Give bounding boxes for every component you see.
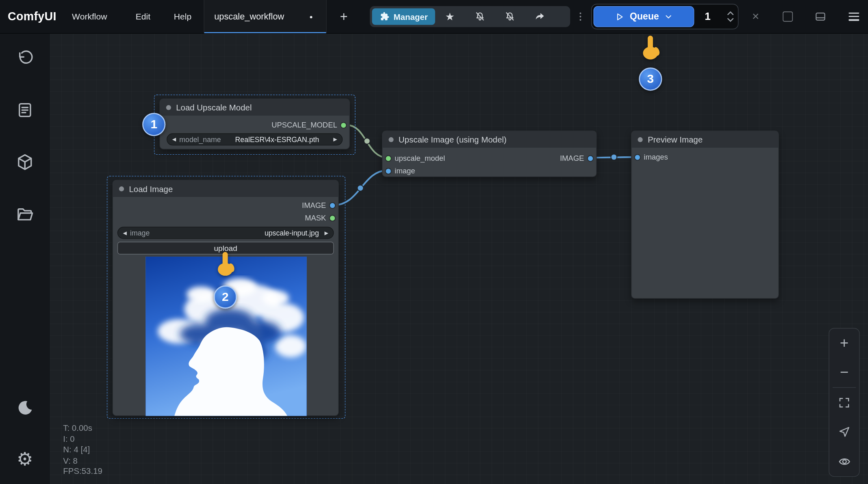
decrement-icon[interactable] [727, 18, 734, 22]
batch-count-stepper[interactable]: 1 [694, 4, 738, 29]
workflow-tab[interactable]: upscale_workflow ● [204, 0, 326, 33]
slot-row: upscale_model IMAGE [382, 152, 596, 164]
input-label: upscale_model [395, 154, 445, 162]
sidebar-history-button[interactable] [15, 49, 34, 67]
node-preview-image[interactable]: Preview Image images [631, 131, 779, 299]
new-tab-button[interactable]: + [336, 9, 352, 24]
step-badge-1: 1 [142, 113, 165, 136]
navigation-arrow-icon [838, 426, 851, 438]
notifications-off-icon[interactable] [465, 6, 495, 27]
close-icon[interactable]: × [747, 9, 764, 24]
folder-open-icon [15, 205, 34, 224]
node-header[interactable]: Load Image [113, 180, 338, 197]
collapse-dot-icon[interactable] [119, 186, 124, 191]
comfyui-window: ComfyUI Workflow Edit Help upscale_workf… [0, 0, 868, 484]
widget-name: model_name [179, 135, 221, 143]
node-title: Load Image [129, 184, 173, 193]
output-row: UPSCALE_MODEL [160, 119, 349, 131]
input-slot-image[interactable] [386, 169, 391, 173]
theme-toggle-button[interactable] [16, 400, 34, 417]
sidebar-queue-button[interactable] [16, 101, 34, 119]
prev-value-icon[interactable]: ◀ [172, 137, 176, 142]
model-name-widget[interactable]: ◀ model_name RealESR\4x-ESRGAN.pth ▶ [167, 133, 343, 145]
pointer-hand-icon [639, 35, 661, 61]
gear-icon: ⚙ [17, 450, 33, 468]
share-icon[interactable] [525, 6, 555, 27]
image-preview [145, 257, 306, 416]
sidebar-workflows-button[interactable] [15, 205, 34, 224]
collapse-dot-icon[interactable] [388, 137, 393, 142]
stat-version: V: 8 [63, 455, 102, 466]
output-row: MASK [113, 212, 338, 224]
hamburger-menu-icon[interactable] [846, 13, 861, 21]
node-title: Preview Image [648, 135, 703, 144]
sidebar-models-button[interactable] [15, 153, 34, 171]
output-slot-image[interactable] [330, 203, 335, 207]
settings-button[interactable]: ⚙ [17, 450, 33, 468]
fit-screen-icon [838, 397, 851, 409]
moon-icon [16, 400, 34, 417]
link-midpoint-dot [364, 138, 370, 144]
square-shape [783, 12, 793, 22]
next-value-icon[interactable]: ▶ [333, 137, 337, 142]
output-row: IMAGE [113, 199, 338, 211]
node-header[interactable]: Load Upscale Model [160, 99, 349, 116]
output-slot-image[interactable] [588, 156, 593, 160]
menu-workflow[interactable]: Workflow [72, 12, 107, 22]
node-header[interactable]: Preview Image [631, 131, 778, 148]
output-label: IMAGE [302, 201, 326, 209]
play-icon [615, 12, 624, 21]
menu-help[interactable]: Help [174, 12, 191, 22]
node-upscale-image[interactable]: Upscale Image (using Model) upscale_mode… [382, 131, 597, 177]
stat-time: T: 0.00s [63, 423, 102, 434]
history-icon [15, 49, 34, 67]
toggle-visibility-button[interactable] [829, 447, 859, 476]
input-slot-images[interactable] [635, 155, 640, 160]
node-load-upscale-model[interactable]: Load Upscale Model UPSCALE_MODEL ◀ model… [159, 98, 350, 149]
queue-label: Queue [630, 11, 659, 22]
stat-nodes: N: 4 [4] [63, 444, 102, 455]
more-options-icon[interactable] [575, 13, 585, 21]
widget-name: image [130, 229, 150, 237]
output-label: IMAGE [560, 154, 584, 162]
queue-controls: Queue 1 [591, 4, 738, 30]
manager-toolbar: Manager ★ [370, 6, 570, 27]
unsaved-indicator-dot: ● [309, 13, 312, 19]
bottom-panel-icon[interactable] [813, 11, 828, 23]
tab-title: upscale_workflow [214, 12, 284, 22]
graph-canvas[interactable]: Load Upscale Model UPSCALE_MODEL ◀ model… [50, 33, 868, 484]
pan-mode-button[interactable] [829, 417, 859, 447]
output-label: MASK [305, 214, 326, 222]
link-midpoint-dot [357, 185, 363, 191]
output-slot-mask[interactable] [330, 216, 335, 220]
output-slot-upscale-model[interactable] [341, 123, 346, 127]
app-logo: ComfyUI [8, 10, 56, 24]
collapse-dot-icon[interactable] [166, 105, 171, 110]
pointer-hand-icon [214, 251, 236, 277]
eye-icon [838, 455, 851, 468]
square-panel-icon[interactable] [780, 12, 795, 22]
image-file-widget[interactable]: ◀ image upscale-input.jpg ▶ [117, 227, 334, 239]
collapse-dot-icon[interactable] [638, 137, 642, 142]
fit-view-button[interactable] [829, 388, 859, 417]
prev-value-icon[interactable]: ◀ [123, 230, 126, 235]
input-label: image [395, 167, 415, 175]
canvas-nav-toolbar: + − [829, 328, 859, 477]
next-value-icon[interactable]: ▶ [324, 230, 328, 235]
node-header[interactable]: Upscale Image (using Model) [382, 131, 596, 148]
menu-edit[interactable]: Edit [136, 12, 150, 22]
alerts-off-icon[interactable] [495, 6, 525, 27]
widget-value: RealESR\4x-ESRGAN.pth [224, 135, 330, 143]
queue-button[interactable]: Queue [593, 6, 694, 27]
manager-button[interactable]: Manager [372, 8, 435, 25]
zoom-in-button[interactable]: + [829, 328, 859, 358]
perf-stats: T: 0.00s I: 0 N: 4 [4] V: 8 FPS:53.19 [63, 423, 102, 477]
increment-icon[interactable] [727, 11, 734, 15]
slot-row: images [631, 151, 778, 163]
zoom-out-button[interactable]: − [829, 358, 859, 387]
document-list-icon [16, 101, 34, 119]
batch-count-value: 1 [705, 11, 710, 23]
star-icon[interactable]: ★ [435, 6, 465, 27]
input-slot-upscale-model[interactable] [386, 156, 391, 160]
widget-value: upscale-input.jpg [153, 229, 321, 237]
